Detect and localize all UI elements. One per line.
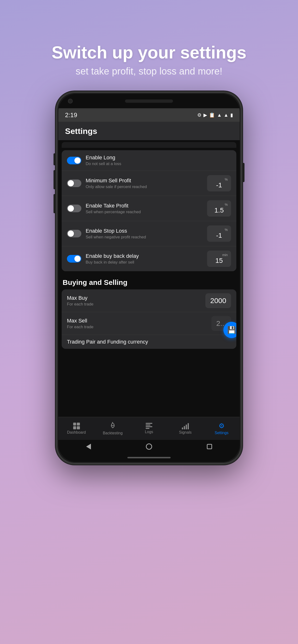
dashboard-icon [73, 422, 80, 429]
trading-pair-label: Trading Pair and Funding currency [67, 339, 231, 345]
setting-row-enable-long[interactable]: Enable Long Do not sell at a loss [62, 150, 236, 171]
home-indicator [127, 457, 171, 458]
take-profit-label: Enable Take Profit [86, 203, 207, 209]
stop-loss-label: Enable Stop Loss [86, 228, 207, 234]
max-sell-row[interactable]: Max Sell For each trade 2... 💾 [62, 312, 236, 335]
stop-loss-text: Enable Stop Loss Sell when negative prof… [86, 228, 207, 240]
nav-label-logs: Logs [145, 430, 153, 434]
signals-icon [182, 422, 189, 429]
take-profit-unit: % [225, 203, 228, 206]
buy-back-value-box[interactable]: min 15 [207, 250, 231, 267]
battery-icon: ▮ [230, 112, 233, 118]
max-buy-text: Max Buy For each trade [67, 295, 205, 307]
back-icon [86, 444, 91, 450]
nav-item-dashboard[interactable]: Dashboard [58, 422, 95, 434]
toggle-knob [68, 180, 74, 186]
trading-pair-row[interactable]: Trading Pair and Funding currency [62, 335, 236, 349]
stop-loss-value-box[interactable]: % -1 [207, 226, 231, 242]
stop-loss-value: -1 [216, 232, 222, 239]
nav-label-settings: Settings [215, 431, 229, 435]
stop-loss-toggle[interactable] [67, 230, 81, 238]
toggle-knob [74, 158, 81, 164]
take-profit-sublabel: Sell when percentage reached [86, 210, 207, 214]
front-camera [68, 99, 73, 104]
power-button [243, 163, 244, 182]
min-sell-profit-sublabel: Only allow sale if percent reached [86, 184, 207, 189]
max-buy-value[interactable]: 2000 [205, 293, 231, 308]
hero-section: Switch up your settings set take profit,… [52, 22, 246, 77]
buy-back-label: Enable buy back delay [86, 253, 207, 259]
truncated-card-top [62, 142, 236, 148]
min-sell-profit-toggle[interactable] [67, 180, 81, 187]
nav-item-signals[interactable]: Signals [167, 422, 203, 434]
nav-item-settings[interactable]: ⚙ Settings [203, 422, 240, 435]
buy-back-text: Enable buy back delay Buy back in delay … [86, 253, 207, 265]
buy-back-value: 15 [215, 257, 223, 264]
min-sell-profit-value: -1 [216, 181, 222, 189]
status-time: 2:19 [65, 112, 77, 119]
trading-pair-text: Trading Pair and Funding currency [67, 339, 231, 345]
setting-row-take-profit[interactable]: Enable Take Profit Sell when percentage … [62, 196, 236, 221]
hero-subtitle: set take profit, stop loss and more! [52, 66, 246, 77]
nav-label-signals: Signals [179, 430, 192, 434]
max-buy-row[interactable]: Max Buy For each trade 2000 [62, 290, 236, 312]
save-icon: 💾 [227, 326, 236, 334]
toggle-knob [68, 205, 74, 212]
backtesting-icon [109, 422, 116, 430]
enable-long-text: Enable Long Do not sell at a loss [86, 154, 231, 166]
hero-title: Switch up your settings [52, 43, 246, 62]
stop-loss-sublabel: Sell when negative profit reached [86, 235, 207, 240]
toggle-knob [68, 230, 74, 237]
bottom-navigation: Dashboard Backtesting [58, 417, 240, 440]
logs-icon [146, 423, 152, 429]
android-home-button[interactable] [145, 442, 153, 451]
settings-card: Enable Long Do not sell at a loss [62, 150, 236, 271]
take-profit-value-box[interactable]: % 1.5 [207, 200, 231, 216]
android-recents-button[interactable] [205, 442, 214, 451]
buying-selling-title: Buying and Selling [63, 278, 235, 286]
settings-nav-icon: ⚙ [219, 422, 225, 430]
status-icons: ⚙ ▶ 📋 ▲ ▲ ▮ [197, 112, 233, 118]
status-bar: 2:19 ⚙ ▶ 📋 ▲ ▲ ▮ [58, 108, 240, 122]
volume-silent-button [54, 153, 55, 165]
speaker-bar [125, 100, 173, 103]
recents-icon [207, 444, 212, 449]
setting-row-min-sell-profit[interactable]: Minimum Sell Profit Only allow sale if p… [62, 171, 236, 196]
take-profit-value: 1.5 [215, 206, 224, 214]
enable-long-toggle[interactable] [67, 157, 81, 164]
wifi-icon: ▲ [217, 112, 222, 118]
nav-item-logs[interactable]: Logs [131, 423, 167, 434]
toggle-knob [74, 256, 81, 262]
nav-label-backtesting: Backtesting [103, 431, 123, 435]
android-back-button[interactable] [84, 442, 93, 451]
page-title: Settings [65, 126, 233, 136]
phone-screen: 2:19 ⚙ ▶ 📋 ▲ ▲ ▮ Settings [58, 94, 240, 462]
screen-scroll-area[interactable]: Enable Long Do not sell at a loss [58, 140, 240, 417]
buy-sell-card: Max Buy For each trade 2000 Max Sell For… [62, 290, 236, 349]
settings-status-icon: ⚙ [197, 112, 202, 118]
max-sell-text: Max Sell For each trade [67, 318, 211, 330]
signal-icon: ▲ [224, 112, 228, 118]
play-status-icon: ▶ [203, 112, 207, 118]
phone-bottom-bar [58, 453, 240, 462]
android-navigation [58, 440, 240, 453]
enable-long-label: Enable Long [86, 154, 231, 161]
phone-top-bar [58, 94, 240, 108]
min-sell-profit-label: Minimum Sell Profit [86, 178, 207, 184]
setting-row-stop-loss[interactable]: Enable Stop Loss Sell when negative prof… [62, 221, 236, 246]
buy-back-sublabel: Buy back in delay after sell [86, 260, 207, 265]
take-profit-toggle[interactable] [67, 204, 81, 212]
nav-item-backtesting[interactable]: Backtesting [95, 422, 131, 435]
clipboard-status-icon: 📋 [209, 112, 215, 118]
min-sell-profit-value-box[interactable]: % -1 [207, 175, 231, 192]
buy-back-unit: min [222, 253, 228, 257]
enable-long-sublabel: Do not sell at a loss [86, 162, 231, 166]
min-sell-profit-text: Minimum Sell Profit Only allow sale if p… [86, 178, 207, 189]
nav-label-dashboard: Dashboard [67, 430, 86, 434]
buying-selling-section-header: Buying and Selling [58, 274, 240, 288]
buy-back-toggle[interactable] [67, 255, 81, 262]
stop-loss-unit: % [225, 228, 228, 232]
min-sell-profit-unit: % [225, 178, 228, 181]
max-sell-sublabel: For each trade [67, 325, 211, 330]
setting-row-buy-back[interactable]: Enable buy back delay Buy back in delay … [62, 246, 236, 271]
